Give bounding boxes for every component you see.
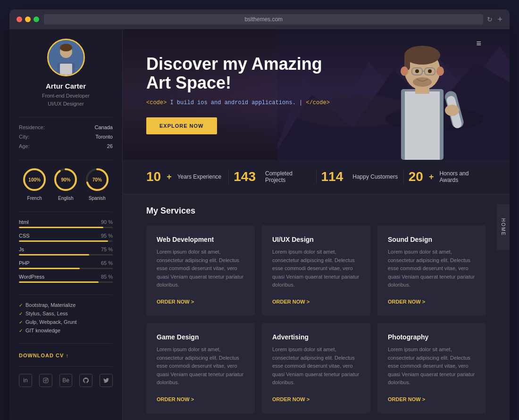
skill-html: html 90 % [19, 219, 113, 228]
service-title: UI/UX Design [272, 236, 360, 243]
hero-section: Discover my AmazingArt Space! <code> I b… [123, 29, 510, 160]
main-content: ≡ HOME [123, 29, 510, 420]
order-now-web[interactable]: ORDER NOW [157, 299, 194, 305]
stat-divider-3 [403, 170, 404, 184]
social-section: in Be [19, 367, 113, 394]
app-container: Artur Carter Front-end Developer UI/UX D… [9, 29, 510, 420]
svg-point-33 [413, 77, 432, 87]
stat-experience: 10 + Years Experience [146, 169, 224, 184]
hero-subtitle: <code> I build ios and android applicati… [146, 99, 330, 106]
stat-honors: 20 + Honors and Awards [409, 169, 486, 184]
info-section: Residence: Canada City: Toronto Age: 26 [19, 117, 113, 160]
tag-git: ✓ GIT knowledge [19, 328, 113, 333]
service-card-web-development: Web Development Lorem ipsum dolor sit am… [146, 225, 255, 316]
english-circle: 90% [53, 167, 78, 192]
close-dot[interactable] [17, 16, 22, 22]
service-desc: Lorem ipsum dolor sit amet, consectetur … [388, 248, 476, 289]
order-now-uiux[interactable]: ORDER NOW [272, 299, 310, 305]
hero-title: Discover my AmazingArt Space! [146, 55, 330, 92]
language-french: 100% French [22, 167, 47, 201]
svg-point-31 [415, 69, 419, 73]
svg-point-13 [45, 379, 47, 381]
service-desc: Lorem ipsum dolor sit amet, consectetur … [157, 248, 244, 289]
instagram-icon[interactable] [39, 374, 52, 387]
service-card-advertising: Advertising Lorem ipsum dolor sit amet, … [262, 323, 370, 413]
profile-name: Artur Carter [46, 82, 86, 90]
skill-php: PHP 65 % [19, 260, 113, 269]
service-title: Game Design [157, 333, 244, 341]
github-icon[interactable] [79, 374, 92, 387]
info-row-city: City: Toronto [19, 134, 113, 140]
avatar [47, 39, 85, 76]
service-desc: Lorem ipsum dolor sit amet, consectetur … [272, 346, 360, 387]
new-tab-button[interactable]: + [497, 15, 502, 25]
skill-js: Js 75 % [19, 247, 113, 255]
svg-point-32 [428, 69, 432, 73]
behance-icon[interactable]: Be [59, 374, 73, 387]
info-row-residence: Residence: Canada [19, 124, 113, 130]
browser-dots [17, 16, 39, 22]
svg-rect-21 [405, 91, 440, 160]
download-section: DOWNLOAD CV ↑ [19, 344, 113, 367]
stat-divider-1 [228, 170, 229, 184]
tag-gulp: ✓ Gulp, Webpack, Grunt [19, 319, 113, 325]
service-title: Photography [388, 333, 476, 341]
stat-divider-2 [316, 170, 317, 184]
service-desc: Lorem ipsum dolor sit amet, consectetur … [388, 346, 476, 387]
browser-bar: ↻ + [9, 9, 510, 29]
stats-bar: 10 + Years Experience 143 Completed Proj… [123, 160, 510, 194]
order-now-game[interactable]: ORDER NOW [157, 396, 194, 402]
stat-projects: 143 Completed Projects [234, 169, 311, 184]
order-now-sound[interactable]: ORDER NOW [388, 299, 425, 305]
service-title: Advertising [272, 333, 360, 341]
order-now-advertising[interactable]: ORDER NOW [272, 396, 310, 402]
svg-point-3 [60, 44, 72, 51]
svg-point-26 [401, 66, 408, 76]
minimize-dot[interactable] [25, 16, 31, 22]
service-title: Sound Design [388, 236, 476, 243]
explore-button[interactable]: EXPLORE NOW [146, 117, 217, 134]
tag-stylus: ✓ Stylus, Sass, Less [19, 311, 113, 316]
french-circle: 100% [22, 167, 47, 192]
spanish-circle: 70% [85, 167, 109, 192]
service-card-uiux: UI/UX Design Lorem ipsum dolor sit amet,… [262, 225, 370, 316]
skills-section: html 90 % CSS 95 % Js 75 % [19, 212, 113, 295]
maximize-dot[interactable] [33, 16, 39, 22]
service-card-sound: Sound Design Lorem ipsum dolor sit amet,… [377, 225, 486, 316]
language-english: 90% English [53, 167, 78, 201]
service-desc: Lorem ipsum dolor sit amet, consectetur … [272, 248, 360, 289]
service-title: Web Development [157, 236, 244, 243]
profile-section: Artur Carter Front-end Developer UI/UX D… [19, 39, 113, 117]
linkedin-icon[interactable]: in [19, 374, 32, 387]
service-card-photography: Photography Lorem ipsum dolor sit amet, … [377, 323, 486, 413]
url-bar[interactable] [44, 14, 483, 25]
service-desc: Lorem ipsum dolor sit amet, consectetur … [157, 346, 244, 387]
home-tab[interactable]: HOME [497, 204, 510, 250]
skill-css: CSS 95 % [19, 233, 113, 242]
service-card-game: Game Design Lorem ipsum dolor sit amet, … [146, 323, 255, 413]
services-title: My Services [146, 206, 486, 216]
hero-text: Discover my AmazingArt Space! <code> I b… [146, 55, 330, 134]
tags-section: ✓ Bootstrap, Materialize ✓ Stylus, Sass,… [19, 295, 113, 344]
languages-section: 100% French 90% English [19, 160, 113, 212]
svg-rect-5 [60, 64, 72, 75]
browser-window: ↻ + [9, 9, 510, 420]
profile-title: Front-end Developer UI/UX Designer [42, 92, 90, 107]
download-cv-button[interactable]: DOWNLOAD CV ↑ [19, 353, 69, 358]
order-now-photography[interactable]: ORDER NOW [388, 396, 425, 402]
svg-rect-12 [43, 378, 48, 383]
services-grid: Web Development Lorem ipsum dolor sit am… [146, 225, 486, 413]
refresh-icon[interactable]: ↻ [487, 16, 493, 23]
svg-point-27 [436, 66, 444, 76]
stat-customers: 114 Happy Customers [321, 169, 399, 184]
svg-point-14 [47, 379, 47, 379]
sidebar: Artur Carter Front-end Developer UI/UX D… [9, 29, 123, 420]
twitter-icon[interactable] [100, 374, 113, 387]
skill-wordpress: WordPress 85 % [19, 274, 113, 283]
svg-point-36 [445, 105, 459, 116]
language-spanish: 70% Spanish [85, 167, 109, 201]
menu-icon[interactable]: ≡ [476, 39, 481, 49]
tag-bootstrap: ✓ Bootstrap, Materialize [19, 302, 113, 308]
info-row-age: Age: 26 [19, 143, 113, 149]
services-section: My Services Web Development Lorem ipsum … [123, 194, 510, 420]
